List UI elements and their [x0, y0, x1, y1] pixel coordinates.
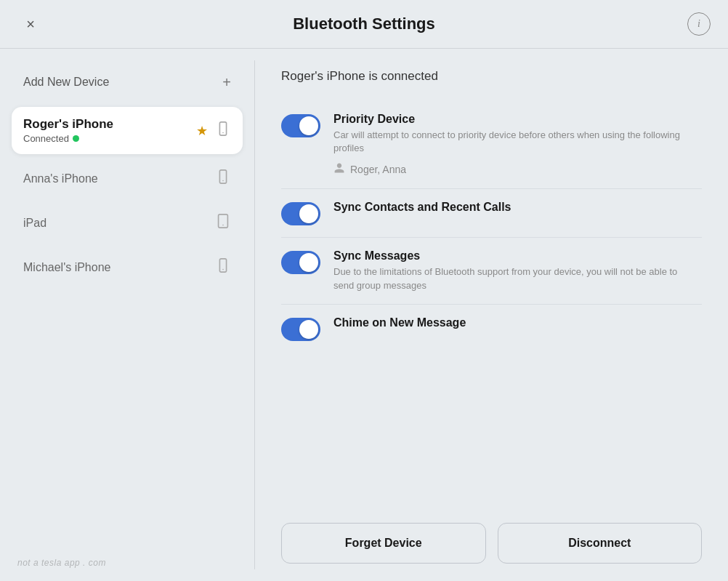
setting-label-priority: Priority Device	[333, 113, 689, 126]
setting-desc-sync-messages: Due to the limitations of Bluetooth supp…	[333, 265, 689, 292]
device-right	[215, 213, 231, 233]
tablet-icon	[215, 213, 231, 233]
setting-content-sync-messages: Sync Messages Due to the limitations of …	[333, 249, 689, 292]
device-item-rogers-iphone[interactable]: Roger's iPhone Connected ★	[12, 107, 243, 154]
toggle-track	[281, 202, 320, 225]
forget-device-button[interactable]: Forget Device	[281, 523, 486, 564]
add-icon: +	[222, 75, 231, 89]
footer-buttons: Forget Device Disconnect	[281, 523, 702, 564]
device-item-ipad[interactable]: iPad	[12, 203, 243, 243]
toggle-thumb	[299, 253, 318, 272]
setting-desc-priority: Car will attempt to connect to priority …	[333, 129, 689, 155]
svg-rect-4	[219, 215, 228, 228]
device-status: Connected	[23, 133, 113, 144]
setting-content-sync-contacts: Sync Contacts and Recent Calls	[333, 201, 511, 214]
setting-row-priority: Priority Device Car will attempt to conn…	[281, 101, 702, 188]
toggle-track	[281, 318, 320, 341]
device-left: iPad	[23, 217, 46, 230]
device-item-michaels-iphone[interactable]: Michael's iPhone	[12, 247, 243, 287]
setting-content-chime: Chime on New Message	[333, 316, 466, 329]
person-icon	[333, 162, 345, 177]
profiles-row: Roger, Anna	[333, 162, 689, 177]
toggle-thumb	[299, 204, 318, 223]
toggle-thumb	[299, 116, 318, 135]
phone-icon	[215, 257, 231, 277]
device-left: Roger's iPhone Connected	[23, 117, 113, 144]
device-name: iPad	[23, 217, 46, 230]
svg-rect-0	[219, 122, 226, 135]
content-area: Add New Device + Roger's iPhone Connecte…	[0, 49, 728, 581]
setting-label-chime: Chime on New Message	[333, 316, 466, 329]
device-item-annas-iphone[interactable]: Anna's iPhone	[12, 159, 243, 199]
setting-row-chime: Chime on New Message	[281, 304, 702, 353]
setting-label-sync-messages: Sync Messages	[333, 249, 689, 263]
svg-rect-2	[219, 170, 226, 183]
main-panel: Roger's iPhone is connected Priority Dev…	[255, 49, 728, 581]
device-name: Michael's iPhone	[23, 261, 110, 274]
device-right	[215, 169, 231, 188]
toggle-track	[281, 114, 320, 137]
modal-container: × Bluetooth Settings i Add New Device + …	[0, 0, 728, 581]
phone-icon	[215, 169, 231, 188]
toggle-thumb	[299, 320, 318, 339]
device-name: Anna's iPhone	[23, 172, 98, 185]
header: × Bluetooth Settings i	[0, 0, 728, 49]
setting-row-sync-messages: Sync Messages Due to the limitations of …	[281, 237, 702, 303]
toggle-track	[281, 251, 320, 274]
setting-row-sync-contacts: Sync Contacts and Recent Calls	[281, 188, 702, 237]
device-name: Roger's iPhone	[23, 117, 113, 132]
device-right	[215, 257, 231, 277]
sync-messages-toggle[interactable]	[281, 251, 320, 274]
connected-title: Roger's iPhone is connected	[281, 69, 702, 84]
disconnect-button[interactable]: Disconnect	[498, 523, 703, 564]
device-left: Anna's iPhone	[23, 172, 98, 185]
add-device-label: Add New Device	[23, 76, 109, 89]
watermark: not a tesla app . com	[17, 558, 106, 568]
device-right: ★	[196, 121, 231, 140]
add-device-row[interactable]: Add New Device +	[12, 66, 243, 98]
close-button[interactable]: ×	[17, 11, 44, 37]
priority-toggle[interactable]	[281, 114, 320, 137]
profiles-text: Roger, Anna	[350, 164, 406, 175]
setting-label-sync-contacts: Sync Contacts and Recent Calls	[333, 201, 511, 214]
sync-contacts-toggle[interactable]	[281, 202, 320, 225]
status-dot	[73, 135, 79, 142]
device-left: Michael's iPhone	[23, 261, 110, 274]
chime-toggle[interactable]	[281, 318, 320, 341]
info-button[interactable]: i	[687, 12, 711, 36]
sidebar: Add New Device + Roger's iPhone Connecte…	[0, 49, 254, 581]
phone-icon	[215, 121, 231, 140]
setting-content-priority: Priority Device Car will attempt to conn…	[333, 113, 689, 177]
page-title: Bluetooth Settings	[293, 15, 435, 33]
svg-rect-6	[219, 259, 226, 272]
settings-list: Priority Device Car will attempt to conn…	[281, 101, 702, 505]
device-status-label: Connected	[23, 133, 69, 144]
star-icon: ★	[196, 123, 208, 139]
